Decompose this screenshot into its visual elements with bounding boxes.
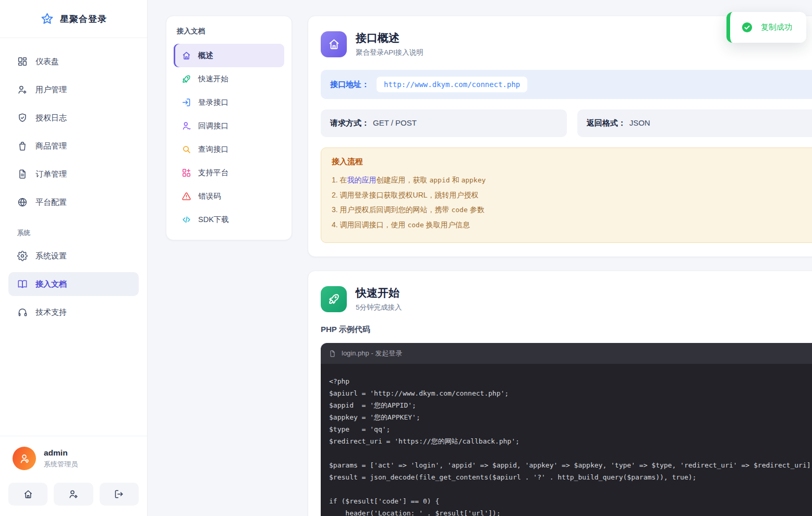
sidebar-item-dashboard[interactable]: 仪表盘 <box>8 50 139 73</box>
home-icon <box>328 38 341 51</box>
doc-nav-item-label: SDK下载 <box>198 215 229 225</box>
profile-settings-button[interactable] <box>54 483 93 506</box>
sidebar-section-label: 系统 <box>8 218 139 244</box>
doc-nav-item-label: 概述 <box>198 51 213 60</box>
flow-step-text: appid <box>429 176 450 184</box>
overview-card: 接口概述 聚合登录API接入说明 接口地址： http://www.dkym.c… <box>308 16 812 257</box>
quickstart-card-icon <box>321 286 347 312</box>
api-meta-row: 请求方式：GET / POST 返回格式：JSON <box>321 109 812 137</box>
code-filename: login.php - 发起登录 <box>342 349 402 358</box>
flow-step: 3. 用户授权后回调到您的网站，携带 code 参数 <box>332 202 812 217</box>
quickstart-title: 快速开始 <box>356 286 402 300</box>
user-wave-icon <box>181 121 191 131</box>
sidebar-item-label: 仪表盘 <box>35 57 59 67</box>
doc-nav-item-callback-api[interactable]: 回调接口 <box>174 114 284 138</box>
sidebar-item-products[interactable]: 商品管理 <box>8 134 139 158</box>
copy-success-toast: 复制成功 <box>726 12 806 43</box>
file-icon <box>329 350 336 358</box>
sidebar-item-label: 授权日志 <box>35 113 67 123</box>
request-method-value: GET / POST <box>373 118 417 127</box>
sidebar-item-users[interactable]: 用户管理 <box>8 78 139 102</box>
gear-icon <box>17 251 28 261</box>
return-format-value: JSON <box>629 118 650 127</box>
doc-nav: 接入文档 概述 快速开始 登录接口 回调接口 查询接口 <box>166 16 292 240</box>
home-button[interactable] <box>8 483 47 506</box>
avatar <box>13 447 36 470</box>
sidebar-item-label: 用户管理 <box>35 85 67 95</box>
quickstart-card: 快速开始 5分钟完成接入 PHP 示例代码 login.php - 发起登录 <… <box>308 271 812 516</box>
globe-icon <box>17 197 28 207</box>
doc-nav-item-label: 支持平台 <box>198 168 228 178</box>
app-window: 星聚合登录 仪表盘 用户管理 授权日志 商品管理 订单管理 <box>0 0 812 516</box>
doc-nav-item-label: 登录接口 <box>198 97 228 107</box>
user-profile: admin 系统管理员 <box>8 447 139 470</box>
request-method-label: 请求方式： <box>330 118 369 127</box>
doc-nav-item-error-codes[interactable]: 错误码 <box>174 185 284 208</box>
sidebar-nav: 仪表盘 用户管理 授权日志 商品管理 订单管理 平台配置 系统 <box>0 38 147 436</box>
integration-flow-box: 接入流程 1. 在我的应用创建应用，获取 appid 和 appkey2. 调用… <box>321 148 812 243</box>
rocket-icon <box>328 292 341 305</box>
doc-nav-item-quickstart[interactable]: 快速开始 <box>174 67 284 91</box>
return-format-label: 返回格式： <box>587 118 626 127</box>
flow-step: 2. 调用登录接口获取授权URL，跳转用户授权 <box>332 188 812 202</box>
doc-nav-item-login-api[interactable]: 登录接口 <box>174 91 284 114</box>
doc-nav-item-label: 查询接口 <box>198 144 228 154</box>
sidebar-item-label: 订单管理 <box>35 169 67 179</box>
sidebar-item-orders[interactable]: 订单管理 <box>8 162 139 186</box>
sidebar-item-auth-logs[interactable]: 授权日志 <box>8 106 139 130</box>
headphones-icon <box>17 307 28 317</box>
doc-nav-item-platforms[interactable]: 支持平台 <box>174 161 284 185</box>
doc-nav-item-label: 错误码 <box>198 191 221 201</box>
sidebar-item-label: 商品管理 <box>35 141 67 151</box>
sidebar-item-support[interactable]: 技术支持 <box>8 300 139 324</box>
rocket-icon <box>181 74 191 84</box>
flow-step-text: 换取用户信息 <box>424 220 470 229</box>
flow-step-text: 1. 在 <box>332 176 347 184</box>
quickstart-card-titles: 快速开始 5分钟完成接入 <box>356 286 402 312</box>
user-area: admin 系统管理员 <box>0 436 147 516</box>
doc-nav-title: 接入文档 <box>174 27 284 44</box>
request-method-box: 请求方式：GET / POST <box>321 109 567 137</box>
user-info: admin 系统管理员 <box>44 448 78 469</box>
code-block: login.php - 发起登录 <?php $apiurl = 'http:/… <box>321 343 812 516</box>
shopping-bag-icon <box>17 141 28 151</box>
sidebar-item-platform-config[interactable]: 平台配置 <box>8 190 139 214</box>
doc-nav-item-overview[interactable]: 概述 <box>174 44 284 67</box>
book-open-icon <box>17 279 28 289</box>
content-area: 接入文档 概述 快速开始 登录接口 回调接口 查询接口 <box>148 0 812 516</box>
user-settings-icon <box>17 84 28 95</box>
dashboard-icon <box>17 56 28 67</box>
sidebar: 星聚合登录 仪表盘 用户管理 授权日志 商品管理 订单管理 <box>0 0 148 516</box>
home-icon <box>181 51 191 60</box>
api-address-label: 接口地址： <box>330 80 369 90</box>
check-circle-icon <box>741 21 753 33</box>
sidebar-item-docs[interactable]: 接入文档 <box>8 272 139 296</box>
sidebar-item-system-settings[interactable]: 系统设置 <box>8 244 139 268</box>
sidebar-item-label: 技术支持 <box>35 308 67 317</box>
quickstart-subtitle: 5分钟完成接入 <box>356 303 402 312</box>
flow-step-text: 和 <box>450 176 462 184</box>
flow-step: 4. 调用回调接口，使用 code 换取用户信息 <box>332 217 812 232</box>
code-block-header: login.php - 发起登录 <box>321 343 812 364</box>
doc-nav-item-label: 快速开始 <box>198 74 228 84</box>
grid-plus-icon <box>181 168 191 178</box>
logout-icon <box>114 489 124 499</box>
brand-logo: 星聚合登录 <box>0 0 147 38</box>
user-pin-icon <box>18 452 31 465</box>
api-url-code[interactable]: http://www.dkym.com/connect.php <box>377 77 527 92</box>
home-icon <box>23 489 33 499</box>
brand-title: 星聚合登录 <box>60 13 107 25</box>
quickstart-card-header: 快速开始 5分钟完成接入 <box>321 286 812 312</box>
overview-card-titles: 接口概述 聚合登录API接入说明 <box>356 31 423 57</box>
flow-step-text: 2. 调用登录接口获取授权URL，跳转用户授权 <box>332 191 479 199</box>
user-settings-icon <box>68 489 79 499</box>
doc-nav-item-query-api[interactable]: 查询接口 <box>174 138 284 161</box>
doc-nav-item-sdk-download[interactable]: SDK下载 <box>174 208 284 231</box>
flow-step-text: code <box>407 221 423 229</box>
user-role: 系统管理员 <box>44 460 78 469</box>
logout-button[interactable] <box>100 483 139 506</box>
my-apps-link[interactable]: 我的应用 <box>347 176 377 184</box>
code-icon <box>181 215 191 225</box>
doc-nav-item-label: 回调接口 <box>198 121 228 131</box>
user-actions <box>8 483 139 506</box>
